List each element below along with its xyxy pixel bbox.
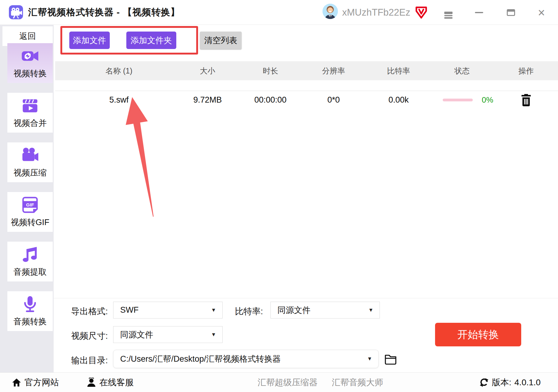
table-divider — [55, 91, 558, 91]
sidebar-item-video-to-gif[interactable]: GIF 视频转GIF — [7, 192, 53, 232]
partner-link-compressor[interactable]: 汇帮超级压缩器 — [258, 373, 318, 392]
export-format-value: SWF — [120, 305, 139, 315]
footer-bar: 官方网站 在线客服 汇帮超级压缩器 汇帮音频大师 版本: 4.0.1.0 — [0, 372, 558, 392]
official-site-link[interactable]: 官方网站 — [12, 373, 59, 392]
customer-service-icon — [86, 378, 96, 387]
version-label: 版本: — [492, 377, 511, 388]
app-window: 汇帮视频格式转换器 - 【视频转换】 xMUzhTFb22Ez × — [0, 0, 558, 392]
chevron-down-icon: ▼ — [211, 332, 216, 338]
file-bitrate-cell: 0.00k — [388, 92, 409, 108]
video-to-gif-icon: GIF — [21, 196, 39, 214]
sidebar-item-video-compress[interactable]: 视频压缩 — [7, 142, 53, 182]
sidebar-item-audio-convert[interactable]: 音频转换 — [7, 291, 53, 331]
output-dir-select[interactable]: C:/Users/汇帮/Desktop/汇帮视频格式转换器 ▼ — [113, 350, 379, 368]
folder-icon — [384, 352, 397, 366]
progress-bar — [443, 99, 473, 101]
vip-badge-icon[interactable] — [415, 6, 428, 19]
sidebar-item-label: 视频转换 — [13, 68, 47, 79]
trash-icon — [520, 94, 532, 107]
file-size-cell: 9.72MB — [193, 92, 222, 108]
column-header-size: 大小 — [200, 61, 215, 80]
partner-link-audio-master[interactable]: 汇帮音频大师 — [332, 373, 383, 392]
sidebar-item-label: 视频转GIF — [11, 217, 49, 228]
video-merge-icon — [21, 97, 39, 115]
file-duration-cell: 00:00:00 — [254, 92, 286, 108]
sidebar-item-label: 视频压缩 — [13, 167, 47, 178]
app-logo-icon — [9, 5, 23, 20]
menu-button[interactable] — [439, 0, 457, 25]
output-dir-label: 输出目录: — [71, 355, 108, 366]
sidebar-item-label: 音频提取 — [13, 266, 47, 277]
column-header-name: 名称 (1) — [105, 61, 132, 80]
sidebar: 返回 视频转换 视频合并 — [0, 25, 54, 372]
start-convert-button[interactable]: 开始转换 — [435, 323, 521, 346]
file-table-header: 名称 (1) 大小 时长 分辨率 比特率 状态 操作 — [55, 61, 558, 80]
export-format-label: 导出格式: — [71, 306, 108, 317]
column-header-duration: 时长 — [263, 61, 278, 80]
settings-divider — [54, 298, 558, 298]
clear-list-button[interactable]: 清空列表 — [200, 32, 242, 49]
close-button[interactable]: × — [532, 0, 551, 25]
chevron-down-icon: ▼ — [368, 307, 373, 313]
output-dir-value: C:/Users/汇帮/Desktop/汇帮视频格式转换器 — [120, 353, 281, 364]
window-title: 汇帮视频格式转换器 - 【视频转换】 — [28, 0, 180, 25]
bitrate-select[interactable]: 同源文件 ▼ — [270, 302, 380, 318]
browse-folder-button[interactable] — [384, 352, 397, 366]
audio-convert-icon — [21, 295, 39, 313]
audio-extract-icon — [21, 246, 39, 263]
file-name-cell: 5.swf — [109, 92, 128, 108]
sidebar-item-video-merge[interactable]: 视频合并 — [7, 93, 53, 133]
bitrate-label: 比特率: — [235, 306, 263, 317]
progress-percent: 0% — [482, 92, 493, 108]
sidebar-item-label: 视频合并 — [13, 118, 47, 129]
online-service-label: 在线客服 — [99, 377, 134, 388]
video-compress-icon — [21, 146, 39, 164]
user-avatar[interactable] — [323, 4, 338, 19]
file-resolution-cell: 0*0 — [327, 92, 340, 108]
sidebar-item-audio-extract[interactable]: 音频提取 — [7, 242, 53, 281]
column-header-status: 状态 — [454, 61, 470, 80]
online-service-link[interactable]: 在线客服 — [86, 373, 134, 392]
video-size-value: 同源文件 — [120, 329, 153, 340]
column-header-action: 操作 — [518, 61, 534, 80]
refresh-icon — [480, 378, 489, 387]
column-header-bitrate: 比特率 — [387, 61, 410, 80]
svg-text:GIF: GIF — [26, 202, 34, 207]
add-file-button[interactable]: 添加文件 — [69, 32, 110, 49]
home-icon — [12, 378, 21, 387]
sidebar-item-label: 音频转换 — [13, 316, 47, 327]
chevron-down-icon: ▼ — [367, 356, 372, 362]
version-value: 4.0.1.0 — [514, 378, 541, 387]
video-convert-icon — [21, 47, 39, 65]
chevron-down-icon: ▼ — [211, 307, 216, 313]
sidebar-item-video-convert[interactable]: 视频转换 — [7, 43, 53, 83]
username-text: xMUzhTFb22Ez — [342, 0, 410, 25]
maximize-button[interactable] — [502, 0, 520, 25]
delete-file-button[interactable] — [519, 93, 533, 107]
column-header-resolution: 分辨率 — [322, 61, 345, 80]
add-folder-button[interactable]: 添加文件夹 — [126, 32, 176, 49]
minimize-button[interactable] — [470, 0, 488, 25]
version-info[interactable]: 版本: 4.0.1.0 — [480, 373, 541, 392]
title-bar: 汇帮视频格式转换器 - 【视频转换】 xMUzhTFb22Ez × — [0, 0, 558, 25]
official-site-label: 官方网站 — [25, 377, 59, 388]
video-size-label: 视频尺寸: — [71, 330, 108, 342]
video-size-select[interactable]: 同源文件 ▼ — [113, 326, 223, 343]
bitrate-value: 同源文件 — [277, 305, 311, 316]
export-format-select[interactable]: SWF ▼ — [113, 302, 223, 318]
